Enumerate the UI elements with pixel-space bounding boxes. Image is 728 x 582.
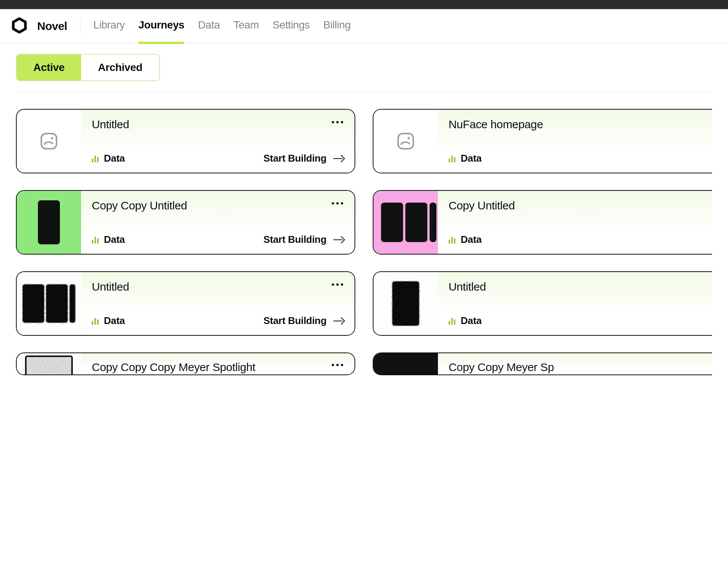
journey-title: Untitled <box>92 118 129 131</box>
top-navigation: Novel Library Journeys Data Team Setting… <box>0 9 728 43</box>
nav-team[interactable]: Team <box>234 19 259 33</box>
journey-body: NuFace homepage Data Start Building <box>438 110 712 173</box>
bars-icon <box>92 236 99 244</box>
arrow-right-icon <box>333 236 344 244</box>
journey-body: Untitled Data Start Building <box>81 272 355 335</box>
nav-library[interactable]: Library <box>93 19 125 33</box>
more-menu-button[interactable] <box>331 280 344 289</box>
journey-body: Copy Untitled Data Start Building <box>438 191 712 254</box>
data-label: Data <box>104 234 125 245</box>
journey-thumbnail <box>373 353 438 374</box>
data-label: Data <box>461 234 482 245</box>
nav-separator <box>80 19 80 34</box>
logo-icon <box>11 17 27 35</box>
page-content: Active Archived Untitled Data <box>0 43 728 375</box>
nav-settings[interactable]: Settings <box>273 19 310 33</box>
svg-point-2 <box>51 137 53 139</box>
journey-body: Untitled Data Start Building <box>438 272 712 335</box>
svg-rect-1 <box>41 134 56 149</box>
nav-data[interactable]: Data <box>198 19 220 33</box>
arrow-right-icon <box>333 317 344 325</box>
journey-title: Copy Untitled <box>449 199 515 212</box>
bars-icon <box>92 155 99 162</box>
journey-state-tabs: Active Archived <box>16 54 160 81</box>
journey-body: Copy Copy Meyer Sp <box>438 353 712 374</box>
start-building-button[interactable]: Start Building <box>264 315 344 327</box>
data-link[interactable]: Data <box>92 234 125 245</box>
browser-chrome-bar <box>0 0 728 9</box>
data-link[interactable]: Data <box>449 234 482 245</box>
placeholder-icon <box>397 132 415 150</box>
journey-body: Copy Copy Copy Meyer Spotlight <box>81 353 355 374</box>
journey-title: Untitled <box>92 280 129 293</box>
journey-body: Copy Copy Untitled Data Start Building <box>81 191 355 254</box>
journey-thumbnail <box>17 353 81 374</box>
journey-thumbnail <box>17 191 81 254</box>
more-menu-button[interactable] <box>331 118 344 126</box>
brand-block[interactable]: Novel <box>11 17 67 35</box>
journey-title: Copy Copy Meyer Sp <box>449 361 554 374</box>
data-link[interactable]: Data <box>92 153 125 164</box>
bars-icon <box>449 236 455 244</box>
data-link[interactable]: Data <box>449 153 482 164</box>
start-building-label: Start Building <box>264 153 326 164</box>
nav-billing[interactable]: Billing <box>323 19 351 33</box>
bars-icon <box>449 317 455 325</box>
more-menu-button[interactable] <box>331 199 344 208</box>
journey-card[interactable]: Copy Copy Untitled Data Start Building <box>16 190 355 255</box>
data-label: Data <box>461 153 482 164</box>
journey-title: NuFace homepage <box>449 118 543 131</box>
thumbnail-shape <box>404 355 412 374</box>
journey-card[interactable]: Copy Copy Meyer Sp <box>373 352 712 375</box>
thumbnail-shape <box>381 203 436 242</box>
journey-card[interactable]: Untitled Data Start Building <box>16 109 355 173</box>
thumbnail-shape <box>23 285 75 322</box>
journey-thumbnail <box>373 191 438 254</box>
start-building-button[interactable]: Start Building <box>264 234 344 245</box>
journey-card[interactable]: Copy Copy Copy Meyer Spotlight <box>16 352 355 375</box>
nav-journeys[interactable]: Journeys <box>138 19 184 33</box>
start-building-button[interactable]: Start Building <box>264 153 344 164</box>
journey-thumbnail <box>373 110 438 173</box>
journey-thumbnail <box>373 272 438 335</box>
data-label: Data <box>104 153 125 164</box>
journey-thumbnail <box>17 110 81 173</box>
journey-card[interactable]: NuFace homepage Data Start Building <box>373 109 712 173</box>
nav-links: Library Journeys Data Team Settings Bill… <box>93 19 350 33</box>
journey-card[interactable]: Copy Untitled Data Start Building <box>373 190 712 255</box>
arrow-right-icon <box>333 155 344 162</box>
bars-icon <box>449 155 455 162</box>
more-menu-button[interactable] <box>331 361 344 369</box>
journey-card[interactable]: Untitled Data Start Building <box>16 271 355 336</box>
journey-thumbnail <box>17 272 81 335</box>
thumbnail-shape <box>25 355 73 374</box>
data-label: Data <box>104 315 125 327</box>
journey-body: Untitled Data Start Building <box>81 110 355 173</box>
tab-archived[interactable]: Archived <box>81 55 159 80</box>
journey-title: Untitled <box>449 280 486 293</box>
svg-rect-3 <box>398 134 413 149</box>
tab-active[interactable]: Active <box>17 55 81 80</box>
thumbnail-shape <box>392 282 419 326</box>
journey-title: Copy Copy Untitled <box>92 199 187 212</box>
data-link[interactable]: Data <box>449 315 482 327</box>
start-building-label: Start Building <box>264 315 326 327</box>
svg-point-4 <box>408 137 410 139</box>
bars-icon <box>92 317 99 325</box>
thumbnail-shape <box>38 200 60 244</box>
placeholder-icon <box>40 132 58 150</box>
brand-name: Novel <box>37 20 67 33</box>
data-label: Data <box>461 315 482 327</box>
journey-title: Copy Copy Copy Meyer Spotlight <box>92 361 256 374</box>
journey-card[interactable]: Untitled Data Start Building <box>373 271 712 336</box>
start-building-label: Start Building <box>264 234 326 245</box>
svg-marker-0 <box>13 19 25 32</box>
data-link[interactable]: Data <box>92 315 125 327</box>
section-divider <box>16 92 712 92</box>
journey-grid: Untitled Data Start Building <box>16 109 712 375</box>
